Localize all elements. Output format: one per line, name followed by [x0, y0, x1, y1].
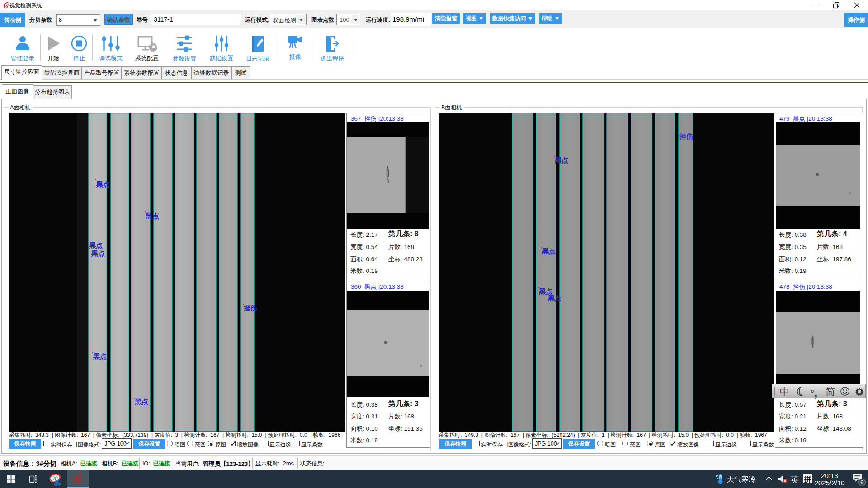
svg-text:黑点: 黑点: [134, 398, 148, 406]
svg-text:黑点: 黑点: [542, 248, 556, 255]
svg-text:黑点: 黑点: [89, 242, 103, 249]
svg-text:黑点: 黑点: [145, 212, 159, 220]
svg-text:黑点: 黑点: [91, 250, 105, 258]
svg-text:黑点: 黑点: [93, 353, 107, 361]
svg-text:挫伤: 挫伤: [679, 133, 693, 140]
svg-text:挫伤: 挫伤: [243, 305, 257, 312]
svg-text:黑点: 黑点: [547, 295, 561, 302]
svg-text:黑点: 黑点: [96, 181, 110, 188]
svg-text:黑点: 黑点: [554, 157, 568, 164]
